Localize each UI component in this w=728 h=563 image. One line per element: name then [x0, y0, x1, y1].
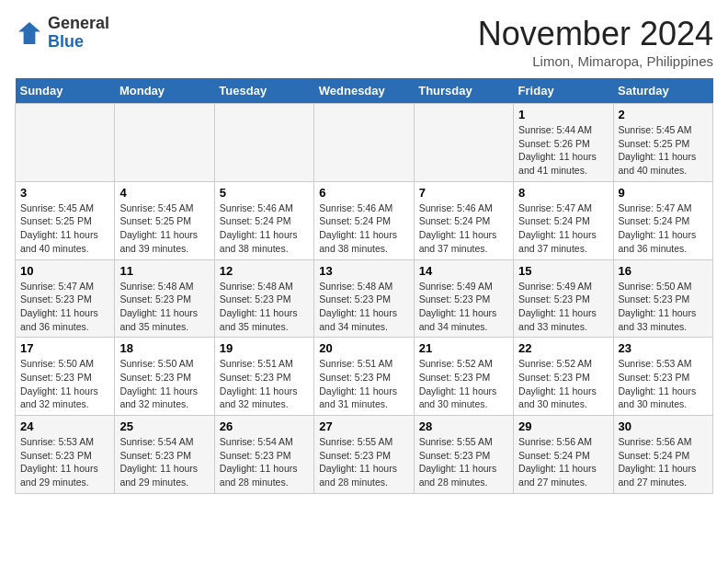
day-info: Sunrise: 5:53 AM Sunset: 5:23 PM Dayligh… [20, 435, 109, 489]
calendar-cell: 12Sunrise: 5:48 AM Sunset: 5:23 PM Dayli… [214, 259, 313, 338]
day-info: Sunrise: 5:46 AM Sunset: 5:24 PM Dayligh… [419, 201, 508, 256]
day-info: Sunrise: 5:50 AM Sunset: 5:23 PM Dayligh… [119, 357, 209, 411]
day-number: 24 [20, 419, 109, 433]
month-title: November 2024 [478, 15, 713, 53]
day-number: 13 [319, 264, 408, 278]
calendar-cell: 21Sunrise: 5:52 AM Sunset: 5:23 PM Dayli… [414, 338, 513, 416]
day-number: 11 [119, 264, 209, 278]
day-number: 25 [119, 419, 209, 433]
day-info: Sunrise: 5:53 AM Sunset: 5:23 PM Dayligh… [619, 357, 708, 411]
day-number: 2 [619, 108, 708, 121]
title-block: November 2024 Limon, Mimaropa, Philippin… [478, 15, 713, 69]
day-info: Sunrise: 5:54 AM Sunset: 5:23 PM Dayligh… [220, 435, 309, 489]
day-number: 19 [220, 341, 309, 355]
day-info: Sunrise: 5:46 AM Sunset: 5:24 PM Dayligh… [319, 201, 408, 256]
day-info: Sunrise: 5:45 AM Sunset: 5:25 PM Dayligh… [119, 201, 209, 256]
day-number: 26 [220, 419, 309, 433]
day-info: Sunrise: 5:47 AM Sunset: 5:24 PM Dayligh… [518, 201, 608, 256]
calendar-cell: 22Sunrise: 5:52 AM Sunset: 5:23 PM Dayli… [514, 338, 613, 416]
calendar-cell: 19Sunrise: 5:51 AM Sunset: 5:23 PM Dayli… [214, 338, 313, 416]
day-number: 1 [518, 108, 608, 121]
calendar-cell [314, 104, 414, 182]
weekday-header: Tuesday [214, 78, 313, 104]
weekday-header: Wednesday [314, 78, 414, 104]
calendar-cell: 2Sunrise: 5:45 AM Sunset: 5:25 PM Daylig… [613, 104, 712, 182]
calendar-cell: 7Sunrise: 5:46 AM Sunset: 5:24 PM Daylig… [414, 181, 513, 259]
calendar-week-row: 1Sunrise: 5:44 AM Sunset: 5:26 PM Daylig… [16, 104, 713, 182]
calendar-cell: 9Sunrise: 5:47 AM Sunset: 5:24 PM Daylig… [613, 181, 712, 259]
calendar-cell: 13Sunrise: 5:48 AM Sunset: 5:23 PM Dayli… [314, 259, 414, 338]
day-info: Sunrise: 5:48 AM Sunset: 5:23 PM Dayligh… [220, 280, 309, 334]
calendar-week-row: 17Sunrise: 5:50 AM Sunset: 5:23 PM Dayli… [16, 338, 713, 416]
day-info: Sunrise: 5:51 AM Sunset: 5:23 PM Dayligh… [319, 357, 408, 411]
calendar-cell [115, 104, 214, 182]
day-number: 28 [419, 419, 508, 433]
svg-marker-0 [18, 22, 40, 44]
location: Limon, Mimaropa, Philippines [478, 53, 713, 69]
day-info: Sunrise: 5:46 AM Sunset: 5:24 PM Dayligh… [220, 201, 309, 256]
day-info: Sunrise: 5:50 AM Sunset: 5:23 PM Dayligh… [20, 357, 109, 411]
logo-blue: Blue [48, 33, 109, 52]
calendar-body: 1Sunrise: 5:44 AM Sunset: 5:26 PM Daylig… [16, 104, 713, 494]
calendar-cell [16, 104, 115, 182]
day-number: 27 [319, 419, 408, 433]
logo-general: General [48, 15, 109, 33]
logo: General Blue [15, 15, 109, 52]
day-info: Sunrise: 5:56 AM Sunset: 5:24 PM Dayligh… [619, 435, 708, 489]
day-info: Sunrise: 5:45 AM Sunset: 5:25 PM Dayligh… [20, 201, 109, 256]
calendar-cell: 6Sunrise: 5:46 AM Sunset: 5:24 PM Daylig… [314, 181, 414, 259]
day-info: Sunrise: 5:56 AM Sunset: 5:24 PM Dayligh… [518, 435, 608, 489]
calendar-cell: 23Sunrise: 5:53 AM Sunset: 5:23 PM Dayli… [613, 338, 712, 416]
day-info: Sunrise: 5:48 AM Sunset: 5:23 PM Dayligh… [119, 280, 209, 334]
day-number: 3 [20, 186, 109, 200]
calendar-cell: 20Sunrise: 5:51 AM Sunset: 5:23 PM Dayli… [314, 338, 414, 416]
weekday-header-row: SundayMondayTuesdayWednesdayThursdayFrid… [16, 78, 713, 104]
day-number: 12 [220, 264, 309, 278]
weekday-header: Monday [115, 78, 214, 104]
calendar-cell: 17Sunrise: 5:50 AM Sunset: 5:23 PM Dayli… [16, 338, 115, 416]
calendar-cell: 14Sunrise: 5:49 AM Sunset: 5:23 PM Dayli… [414, 259, 513, 338]
weekday-header: Sunday [16, 78, 115, 104]
calendar-week-row: 10Sunrise: 5:47 AM Sunset: 5:23 PM Dayli… [16, 259, 713, 338]
day-info: Sunrise: 5:52 AM Sunset: 5:23 PM Dayligh… [419, 357, 508, 411]
calendar-cell: 18Sunrise: 5:50 AM Sunset: 5:23 PM Dayli… [115, 338, 214, 416]
day-info: Sunrise: 5:55 AM Sunset: 5:23 PM Dayligh… [419, 435, 508, 489]
calendar-cell [414, 104, 513, 182]
calendar-cell: 1Sunrise: 5:44 AM Sunset: 5:26 PM Daylig… [514, 104, 613, 182]
day-info: Sunrise: 5:49 AM Sunset: 5:23 PM Dayligh… [518, 280, 608, 334]
day-info: Sunrise: 5:48 AM Sunset: 5:23 PM Dayligh… [319, 280, 408, 334]
day-info: Sunrise: 5:47 AM Sunset: 5:24 PM Dayligh… [619, 201, 708, 256]
day-number: 15 [518, 264, 608, 278]
day-number: 14 [419, 264, 508, 278]
calendar-week-row: 24Sunrise: 5:53 AM Sunset: 5:23 PM Dayli… [16, 416, 713, 494]
weekday-header: Saturday [613, 78, 712, 104]
page-header: General Blue November 2024 Limon, Mimaro… [15, 15, 713, 69]
calendar-cell: 28Sunrise: 5:55 AM Sunset: 5:23 PM Dayli… [414, 416, 513, 494]
calendar-cell: 10Sunrise: 5:47 AM Sunset: 5:23 PM Dayli… [16, 259, 115, 338]
calendar-cell: 11Sunrise: 5:48 AM Sunset: 5:23 PM Dayli… [115, 259, 214, 338]
day-number: 22 [518, 341, 608, 355]
day-number: 17 [20, 341, 109, 355]
weekday-header: Thursday [414, 78, 513, 104]
calendar-cell: 26Sunrise: 5:54 AM Sunset: 5:23 PM Dayli… [214, 416, 313, 494]
calendar-cell: 15Sunrise: 5:49 AM Sunset: 5:23 PM Dayli… [514, 259, 613, 338]
day-number: 20 [319, 341, 408, 355]
weekday-header: Friday [514, 78, 613, 104]
calendar-cell: 16Sunrise: 5:50 AM Sunset: 5:23 PM Dayli… [613, 259, 712, 338]
day-number: 30 [619, 419, 708, 433]
day-number: 6 [319, 186, 408, 200]
day-number: 5 [220, 186, 309, 200]
calendar-cell: 25Sunrise: 5:54 AM Sunset: 5:23 PM Dayli… [115, 416, 214, 494]
calendar-cell [214, 104, 313, 182]
logo-icon [15, 18, 44, 48]
calendar-cell: 30Sunrise: 5:56 AM Sunset: 5:24 PM Dayli… [613, 416, 712, 494]
day-info: Sunrise: 5:47 AM Sunset: 5:23 PM Dayligh… [20, 280, 109, 334]
day-number: 23 [619, 341, 708, 355]
day-number: 18 [119, 341, 209, 355]
day-info: Sunrise: 5:50 AM Sunset: 5:23 PM Dayligh… [619, 280, 708, 334]
calendar-cell: 29Sunrise: 5:56 AM Sunset: 5:24 PM Dayli… [514, 416, 613, 494]
day-info: Sunrise: 5:54 AM Sunset: 5:23 PM Dayligh… [119, 435, 209, 489]
calendar-week-row: 3Sunrise: 5:45 AM Sunset: 5:25 PM Daylig… [16, 181, 713, 259]
calendar-cell: 27Sunrise: 5:55 AM Sunset: 5:23 PM Dayli… [314, 416, 414, 494]
day-number: 10 [20, 264, 109, 278]
